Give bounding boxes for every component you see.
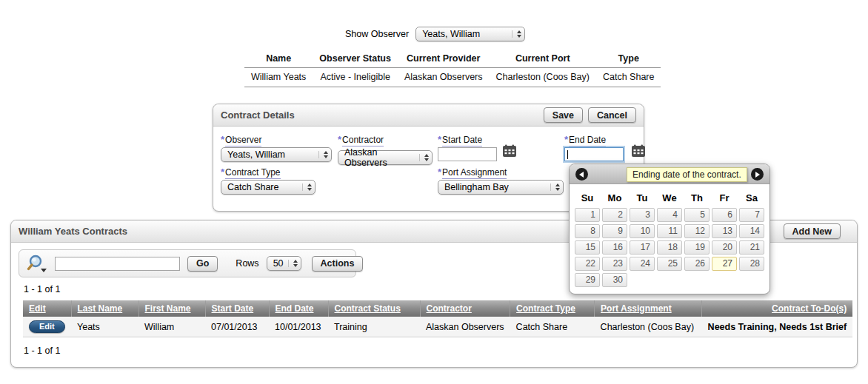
day-cell[interactable]: 23 bbox=[602, 257, 627, 271]
contract-todos-cell: Needs Training, Needs 1st Brief bbox=[702, 317, 853, 337]
start-date-field-label: Start Date bbox=[442, 135, 482, 146]
start-date-cell: 07/01/2013 bbox=[205, 317, 269, 337]
weekday-label: Th bbox=[684, 189, 710, 206]
day-cell[interactable]: 5 bbox=[684, 208, 710, 222]
cell-observer-status: Active - Ineligible bbox=[313, 68, 398, 87]
day-cell[interactable]: 29 bbox=[575, 273, 600, 287]
contract-type-field: *Contract Type Catch Share bbox=[221, 166, 316, 195]
save-button[interactable]: Save bbox=[544, 107, 583, 123]
search-column-icon[interactable] bbox=[27, 254, 47, 273]
contractor-field-label: Contractor bbox=[342, 135, 384, 146]
day-cell[interactable]: 20 bbox=[712, 240, 737, 255]
go-button[interactable]: Go bbox=[187, 256, 218, 272]
day-cell[interactable]: 11 bbox=[657, 224, 682, 238]
weekday-label: Tu bbox=[630, 189, 655, 206]
cell-current-provider: Alaskan Observers bbox=[398, 68, 490, 87]
last-name-cell: Yeats bbox=[71, 317, 138, 337]
day-cell[interactable]: 22 bbox=[575, 257, 600, 271]
edit-cell: Edit bbox=[23, 317, 71, 337]
day-cell[interactable]: 10 bbox=[630, 224, 655, 238]
contractor-select[interactable]: Alaskan Observers bbox=[338, 150, 433, 165]
required-icon: * bbox=[221, 166, 224, 178]
chevron-left-icon bbox=[579, 172, 584, 178]
rows-select[interactable]: 50 bbox=[267, 256, 301, 271]
day-cell[interactable]: 25 bbox=[657, 257, 682, 271]
day-cell[interactable]: 26 bbox=[684, 257, 710, 271]
start-date-input[interactable] bbox=[438, 147, 497, 161]
cancel-button[interactable]: Cancel bbox=[588, 107, 636, 123]
contracts-table: Edit Last Name First Name Start Date End… bbox=[23, 300, 852, 337]
previous-month-button[interactable] bbox=[575, 168, 588, 181]
report-search-input[interactable] bbox=[55, 257, 180, 271]
day-cell[interactable]: 16 bbox=[602, 240, 627, 255]
contractor-select-value: Alaskan Observers bbox=[344, 147, 415, 168]
day-cell[interactable]: 1 bbox=[575, 208, 600, 222]
day-cell[interactable]: 12 bbox=[684, 224, 710, 238]
day-cell[interactable]: 13 bbox=[712, 224, 737, 238]
sort-header-contract-status[interactable]: Contract Status bbox=[328, 300, 420, 317]
required-icon: * bbox=[438, 166, 441, 178]
weekday-label: We bbox=[657, 189, 682, 206]
port-assignment-cell: Charleston (Coos Bay) bbox=[595, 317, 702, 337]
sort-header-contract-type[interactable]: Contract Type bbox=[510, 300, 595, 317]
select-stepper-icon bbox=[419, 154, 429, 161]
contract-status-cell: Training bbox=[328, 317, 420, 337]
day-cell[interactable]: 17 bbox=[630, 240, 655, 255]
sort-header-edit[interactable]: Edit bbox=[23, 300, 71, 317]
sort-header-contract-todos[interactable]: Contract To-Do(s) bbox=[702, 300, 853, 317]
day-cell[interactable]: 3 bbox=[630, 208, 655, 222]
show-observer-select[interactable]: Yeats, William bbox=[415, 27, 525, 41]
sort-header-first-name[interactable]: First Name bbox=[138, 300, 205, 317]
weekday-label: Su bbox=[575, 189, 600, 206]
day-cell[interactable]: 28 bbox=[739, 257, 764, 271]
cell-current-port: Charleston (Coos Bay) bbox=[490, 68, 596, 87]
add-new-button[interactable]: Add New bbox=[784, 223, 841, 239]
day-cell[interactable]: 14 bbox=[739, 224, 764, 238]
day-cell[interactable]: 9 bbox=[602, 224, 627, 238]
end-date-field: *End Date bbox=[564, 134, 624, 161]
observer-summary-table: Name Observer Status Current Provider Cu… bbox=[244, 50, 661, 87]
day-cell[interactable]: 24 bbox=[630, 257, 655, 271]
day-cell[interactable]: 15 bbox=[575, 240, 600, 255]
day-cell[interactable]: 18 bbox=[657, 240, 682, 255]
day-cell[interactable]: 19 bbox=[684, 240, 710, 255]
day-cell-selected[interactable]: 27 bbox=[712, 257, 737, 271]
sort-header-last-name[interactable]: Last Name bbox=[71, 300, 138, 317]
first-name-cell: William bbox=[138, 317, 205, 337]
contract-type-select[interactable]: Catch Share bbox=[221, 180, 316, 195]
port-assignment-select[interactable]: Bellingham Bay bbox=[438, 180, 564, 195]
sort-header-end-date[interactable]: End Date bbox=[269, 300, 328, 317]
end-date-cell: 10/01/2013 bbox=[269, 317, 328, 337]
next-month-button[interactable] bbox=[751, 168, 764, 181]
column-header: Current Provider bbox=[398, 50, 490, 68]
day-cell[interactable]: 8 bbox=[575, 224, 600, 238]
date-picker-popup: Ending date of the contract. Su Mo Tu We… bbox=[569, 164, 770, 294]
weekday-label: Sa bbox=[739, 189, 764, 206]
day-cell[interactable]: 4 bbox=[657, 208, 682, 222]
day-cell[interactable]: 30 bbox=[602, 273, 627, 287]
start-date-field: *Start Date bbox=[438, 134, 497, 161]
column-header: Name bbox=[244, 50, 313, 68]
chevron-down-icon bbox=[41, 269, 47, 272]
observer-field: *Observer Yeats, William bbox=[221, 134, 332, 162]
sort-header-contractor[interactable]: Contractor bbox=[420, 300, 510, 317]
sort-header-start-date[interactable]: Start Date bbox=[205, 300, 269, 317]
day-cell[interactable]: 2 bbox=[602, 208, 627, 222]
sort-header-port-assignment[interactable]: Port Assignment bbox=[595, 300, 702, 317]
port-assignment-field-label: Port Assignment bbox=[442, 167, 507, 179]
actions-button[interactable]: Actions bbox=[312, 256, 364, 272]
day-cell[interactable]: 6 bbox=[712, 208, 737, 222]
report-search-toolbar: Go Rows 50 Actions bbox=[19, 249, 356, 277]
edit-button[interactable]: Edit bbox=[29, 320, 65, 333]
day-cell[interactable]: 21 bbox=[739, 240, 764, 255]
end-date-input[interactable] bbox=[564, 147, 624, 161]
chevron-right-icon bbox=[755, 172, 760, 178]
start-date-calendar-icon[interactable] bbox=[502, 144, 517, 158]
contracts-table-header-row: Edit Last Name First Name Start Date End… bbox=[23, 300, 852, 317]
weekday-label: Mo bbox=[602, 189, 627, 206]
day-cell[interactable]: 7 bbox=[739, 208, 764, 222]
date-picker-grid: Su Mo Tu We Th Fr Sa 1 2 3 4 5 6 7 8 9 1… bbox=[570, 184, 769, 294]
end-date-calendar-icon[interactable] bbox=[631, 144, 646, 158]
observer-select[interactable]: Yeats, William bbox=[221, 147, 332, 162]
port-assignment-select-value: Bellingham Bay bbox=[444, 182, 509, 192]
